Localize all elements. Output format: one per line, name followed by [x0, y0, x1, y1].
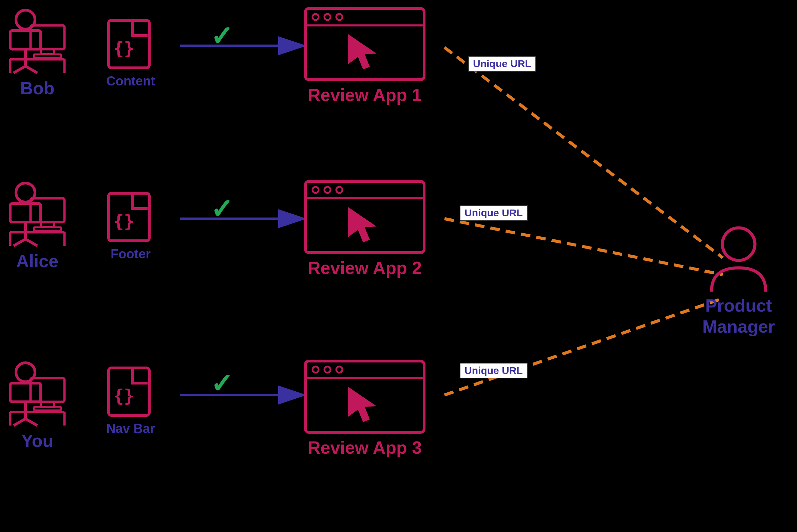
browser-icon-1 [304, 7, 426, 81]
person-you: You [7, 359, 68, 451]
person-alice: Alice [7, 180, 68, 271]
checkmark-3: ✓ [210, 368, 233, 399]
alice-icon [7, 180, 68, 248]
svg-point-35 [313, 187, 319, 193]
svg-marker-38 [348, 207, 377, 243]
svg-point-36 [325, 187, 331, 193]
svg-marker-57 [348, 386, 377, 422]
review-app-3: Review App 3 [304, 359, 426, 458]
code-icon-navbar: {} Nav Bar [105, 364, 156, 436]
svg-rect-52 [305, 361, 424, 432]
svg-rect-46 [34, 407, 61, 410]
dotted-app3-pm [444, 298, 723, 395]
svg-point-67 [722, 228, 755, 261]
url-group-3: Unique URL [460, 361, 478, 380]
svg-point-18 [336, 14, 342, 20]
review-app-2-label: Review App 2 [308, 258, 422, 278]
product-manager-group: Product Manager [702, 224, 775, 337]
svg-point-56 [336, 366, 342, 373]
content-file-icon: {} [105, 17, 156, 71]
svg-rect-8 [34, 54, 61, 58]
pm-icon [705, 224, 773, 291]
review-app-3-label: Review App 3 [308, 437, 422, 458]
review-app-1: Review App 1 [304, 7, 426, 105]
person-bob: Bob [7, 7, 68, 98]
diagram-container: Bob {} Content ✓ Review App 1 [0, 0, 797, 532]
browser-icon-3 [304, 359, 426, 434]
svg-line-43 [25, 419, 37, 425]
bob-label: Bob [20, 78, 54, 98]
code-icon-footer: {} Footer [105, 190, 156, 262]
svg-line-4 [14, 66, 25, 73]
svg-line-42 [14, 419, 25, 425]
svg-point-55 [325, 366, 331, 373]
browser-icon-2 [304, 180, 426, 254]
svg-line-23 [14, 239, 25, 246]
svg-rect-25 [31, 198, 64, 222]
navbar-file-icon: {} [105, 364, 156, 419]
review-app-1-label: Review App 1 [308, 85, 422, 105]
you-label: You [21, 431, 53, 451]
footer-label: Footer [111, 247, 151, 262]
navbar-label: Nav Bar [106, 421, 155, 436]
you-icon [7, 359, 68, 427]
pm-label-product: Product [705, 295, 772, 316]
svg-rect-21 [10, 204, 41, 222]
bob-icon [7, 7, 68, 75]
svg-line-5 [25, 66, 37, 73]
pm-label-manager: Manager [702, 316, 775, 337]
svg-point-54 [313, 366, 319, 373]
svg-text:{}: {} [113, 385, 135, 406]
svg-rect-44 [31, 378, 64, 402]
svg-rect-33 [305, 182, 424, 253]
alice-label: Alice [16, 251, 58, 271]
review-app-2: Review App 2 [304, 180, 426, 278]
unique-url-2: Unique URL [460, 205, 527, 221]
checkmark-1: ✓ [210, 20, 233, 52]
content-label: Content [106, 74, 155, 89]
svg-rect-2 [10, 31, 41, 49]
code-icon-content: {} Content [105, 17, 156, 89]
unique-url-1: Unique URL [468, 56, 536, 72]
svg-rect-6 [31, 25, 64, 49]
url-group-1: Unique URL [468, 54, 487, 73]
svg-rect-14 [305, 8, 424, 80]
svg-rect-27 [34, 227, 61, 231]
dotted-app1-pm [444, 48, 723, 258]
svg-point-17 [325, 14, 331, 20]
footer-file-icon: {} [105, 190, 156, 244]
svg-marker-19 [348, 34, 377, 70]
svg-text:{}: {} [113, 38, 135, 58]
unique-url-3: Unique URL [460, 363, 527, 378]
svg-rect-40 [10, 383, 41, 402]
svg-point-16 [313, 14, 319, 20]
checkmark-2: ✓ [210, 193, 233, 225]
svg-line-24 [25, 239, 37, 246]
svg-text:{}: {} [113, 211, 135, 231]
svg-point-37 [336, 187, 342, 193]
url-group-2: Unique URL [460, 204, 478, 222]
